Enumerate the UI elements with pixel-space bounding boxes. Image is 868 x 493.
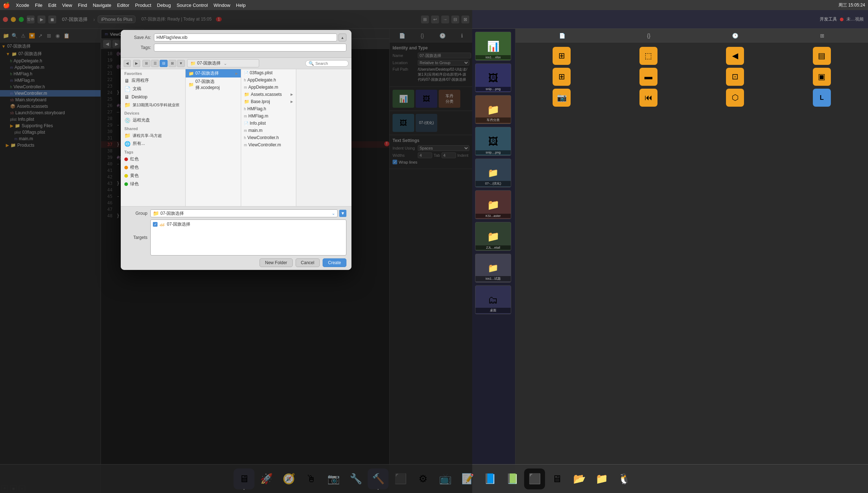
- nav-tag-green[interactable]: 绿色: [121, 180, 185, 188]
- dock-qq[interactable]: 🐧: [614, 468, 634, 489]
- browser-col2-item-4[interactable]: 📁 Base.lproj ▶: [241, 98, 296, 105]
- palette-item-11[interactable]: L: [780, 89, 864, 107]
- palette-code-btn[interactable]: {}: [645, 32, 652, 39]
- dock-folder1[interactable]: 📂: [569, 468, 590, 489]
- palette-icon-2: ◀: [726, 47, 744, 65]
- browser-col2-item-10[interactable]: m ViewController.m: [241, 141, 296, 148]
- view-column-btn[interactable]: ⊟: [160, 60, 168, 67]
- browser-col2-item-0[interactable]: 📄 03flags.plist: [241, 69, 296, 76]
- browser-col2-item-3[interactable]: 📁 Assets.xcassets ▶: [241, 91, 296, 98]
- browser-col2-item-7[interactable]: 📄 Info.plist: [241, 120, 296, 127]
- dock-vmware[interactable]: 🖥: [546, 468, 567, 489]
- location-forward-btn[interactable]: ▶: [133, 60, 140, 67]
- palette-item-9[interactable]: ⏮: [607, 89, 691, 107]
- nav-shared-1[interactable]: 📁 课程共享-马方超: [121, 132, 185, 139]
- menu-edit[interactable]: Edit: [48, 3, 56, 8]
- menu-product[interactable]: Product: [135, 3, 151, 8]
- col2-arrow-3: ▶: [291, 93, 293, 96]
- thumb-0[interactable]: 📊 ios1....xlsx: [475, 32, 511, 61]
- browser-col2-item-2[interactable]: m AppDelegate.m: [241, 84, 296, 91]
- browser-col2-item-6[interactable]: m HMFlag.m: [241, 112, 296, 120]
- menu-window[interactable]: Window: [214, 3, 230, 8]
- nav-documents[interactable]: 📄 文稿: [121, 85, 185, 93]
- target-checkbox-0[interactable]: ✓: [153, 222, 158, 227]
- thumb-2[interactable]: 📁 车丹分类: [475, 95, 511, 124]
- targets-area: ✓ 🏎 07-国旗选择: [150, 219, 346, 256]
- nav-tag-yellow-label: 黄色: [130, 173, 139, 179]
- thumb-7[interactable]: 📁 ios1...试题: [475, 254, 511, 283]
- dock-excel[interactable]: 📗: [502, 468, 523, 489]
- palette-item-5[interactable]: ▬: [607, 68, 691, 86]
- palette-item-6[interactable]: ⊡: [693, 68, 777, 86]
- thumb-6[interactable]: 📁 ZJL...etail: [475, 222, 511, 251]
- menu-navigate[interactable]: Navigate: [93, 3, 111, 8]
- all-icon: 🌐: [124, 141, 130, 147]
- dock-terminal2[interactable]: ⬛: [524, 468, 545, 489]
- browser-col2-item-1[interactable]: h AppDelegate.h: [241, 76, 296, 84]
- group-select-arrow: ⌄: [332, 211, 335, 216]
- location-back-btn[interactable]: ◀: [124, 60, 131, 67]
- palette-item-8[interactable]: 📷: [520, 89, 604, 107]
- view-gallery-btn[interactable]: ⊠: [168, 60, 176, 67]
- view-icon-btn[interactable]: ⊞: [142, 60, 150, 67]
- thumb-1[interactable]: 🖼 snip....png: [475, 63, 511, 92]
- nav-tag-red[interactable]: 红色: [121, 155, 185, 163]
- browser-col2-item-5[interactable]: h HMFlag.h: [241, 105, 296, 112]
- dock-word[interactable]: 📘: [479, 468, 500, 489]
- nav-tag-orange[interactable]: 橙色: [121, 163, 185, 172]
- browser-col2-item-9[interactable]: h ViewController.h: [241, 134, 296, 141]
- dialog-search[interactable]: 🔍: [305, 60, 349, 67]
- thumb-8[interactable]: 🗂 桌面: [475, 285, 511, 314]
- group-dropdown-btn[interactable]: ▼: [339, 210, 346, 217]
- view-more-btn[interactable]: ▼: [177, 60, 185, 67]
- menu-source-control[interactable]: Source Control: [177, 3, 208, 8]
- palette-item-10[interactable]: ⬡: [693, 89, 777, 107]
- view-list-btn[interactable]: ☰: [151, 60, 159, 67]
- new-folder-button[interactable]: New Folder: [260, 258, 292, 267]
- thumb-4[interactable]: 📁 07-...(优化): [475, 159, 511, 187]
- browser-col1-item-0[interactable]: 📁 07-国旗选择 ▶: [186, 69, 241, 77]
- col2-item-0-label: 03flags.plist: [250, 70, 273, 75]
- palette-grid-btn[interactable]: ⊞: [818, 32, 827, 39]
- menubar: 🍎 Xcode File Edit View Find Navigate Edi…: [0, 0, 868, 10]
- palette-item-3[interactable]: ▤: [780, 47, 864, 65]
- nav-desktop[interactable]: 🖥 Desktop: [121, 93, 185, 101]
- nav-tag-yellow[interactable]: 黄色: [121, 172, 185, 180]
- menu-editor[interactable]: Editor: [117, 3, 129, 8]
- menu-help[interactable]: Help: [236, 3, 246, 8]
- dialog-search-input[interactable]: [315, 61, 344, 66]
- palette-clock-btn[interactable]: 🕐: [730, 32, 740, 39]
- palette-item-7[interactable]: ▣: [780, 68, 864, 86]
- browser-col1-item-1[interactable]: 📁 07-国旗选择.xcodeproj: [186, 77, 241, 92]
- save-as-input[interactable]: [154, 34, 337, 41]
- nav-course-folder[interactable]: 📁 第13期黑马iOS学科就业班: [121, 101, 185, 109]
- col2-item-2-label: AppDelegate.m: [248, 85, 278, 90]
- menu-find[interactable]: Find: [78, 3, 87, 8]
- nav-all[interactable]: 🌐 所有...: [121, 139, 185, 148]
- palette-item-0[interactable]: ⊞: [520, 47, 604, 65]
- menu-file[interactable]: File: [35, 3, 43, 8]
- save-as-dropdown[interactable]: ▲: [338, 34, 346, 41]
- nav-remote-disc[interactable]: 💿 远程光盘: [121, 116, 185, 124]
- documents-icon: 📄: [124, 86, 130, 92]
- palette-item-2[interactable]: ◀: [693, 47, 777, 65]
- palette-file-btn[interactable]: 📄: [557, 32, 567, 39]
- menu-xcode[interactable]: Xcode: [16, 3, 29, 8]
- dock-folder2[interactable]: 📁: [591, 468, 612, 489]
- current-folder-indicator[interactable]: 📁 07-国旗选择 ⌄: [187, 59, 259, 67]
- palette-item-1[interactable]: ⬚: [607, 47, 691, 65]
- col2-file-icon-10: m: [244, 143, 247, 147]
- group-select[interactable]: 📁 07-国旗选择 ⌄: [150, 209, 338, 217]
- create-button[interactable]: Create: [323, 258, 346, 267]
- palette-item-4[interactable]: ⊞: [520, 68, 604, 86]
- menu-view[interactable]: View: [62, 3, 72, 8]
- browser-col2-item-8[interactable]: m main.m: [241, 127, 296, 134]
- thumb-3[interactable]: 🖼 snip....png: [475, 127, 511, 156]
- browser-nav: Favorites 🖥 应用程序 📄 文稿 🖥 Desktop 📁 第13期黑马…: [121, 69, 186, 206]
- tags-input[interactable]: [154, 44, 346, 52]
- nav-applications[interactable]: 🖥 应用程序: [121, 76, 185, 85]
- apple-menu[interactable]: 🍎: [3, 2, 10, 9]
- thumb-5[interactable]: 📁 KSI...aster: [475, 190, 511, 219]
- menu-debug[interactable]: Debug: [157, 3, 171, 8]
- cancel-button[interactable]: Cancel: [296, 258, 320, 267]
